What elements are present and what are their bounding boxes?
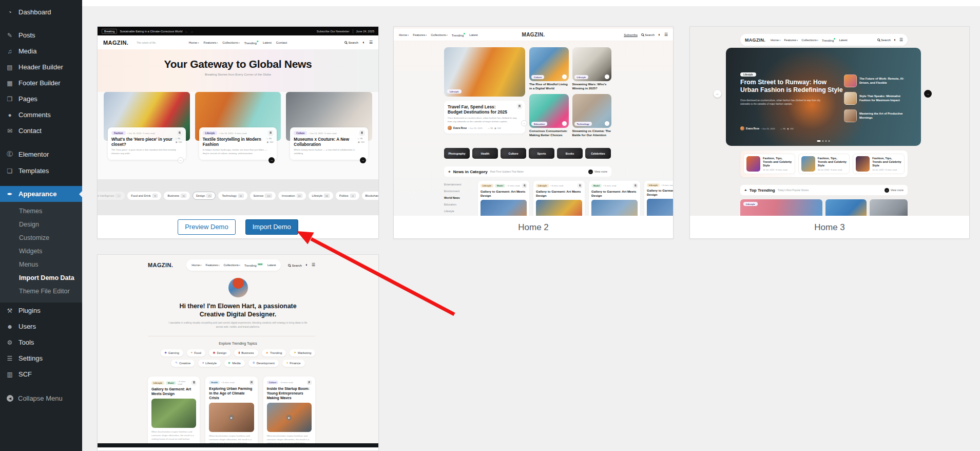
preview-demo-button[interactable]: Preview Demo xyxy=(178,219,236,235)
category-badge: Lifestyle xyxy=(740,72,756,77)
submenu-item-menus[interactable]: Menus xyxy=(0,258,82,271)
news-image xyxy=(647,199,673,216)
demo-card-about[interactable]: MAGZIN. Home▾ Features▾ Collections▾ Tre… xyxy=(97,254,379,451)
sidebar-item-label: Users xyxy=(18,323,36,330)
sidebar-item-scf[interactable]: ▥SCF xyxy=(0,366,82,382)
article-excerpt: The “hero piece” in your closet is that … xyxy=(111,148,182,155)
sidebar-item-label: SCF xyxy=(18,370,32,378)
templates-icon: ❏ xyxy=(6,167,14,175)
article-excerpt: In today's fashion landscape, textiles a… xyxy=(203,148,274,155)
arrow-icon: → xyxy=(605,74,609,79)
nav-trending: TrendingNEW xyxy=(244,263,263,267)
plus-icon: + xyxy=(448,170,451,174)
tile-title: Streaming vs Cinema: The Battle for Our … xyxy=(572,129,612,137)
category-tile: Culture xyxy=(501,148,526,159)
sidebar-item-media[interactable]: ♫Media xyxy=(0,43,82,59)
tile-card: Education→ Conscious Consumerism: Making… xyxy=(529,94,569,137)
tile-image: Lifestyle→ xyxy=(572,47,612,81)
view-more-link: →View more xyxy=(588,170,607,174)
demo-card-home-2[interactable]: Home▾ Features▾ Collections▾ Trending La… xyxy=(393,26,674,239)
search-control: Search xyxy=(288,264,302,267)
about-intro: I specialize in crafting visually compel… xyxy=(166,321,310,329)
category-pill: Artificial Intelligence16 xyxy=(98,192,125,200)
nav-collections: Collections▾ xyxy=(431,33,448,36)
demo1-actions: Preview Demo Import Demo xyxy=(98,215,378,239)
sidebar-item-elementor[interactable]: ⒺElementor xyxy=(0,146,82,163)
sidebar-item-settings[interactable]: ☰Settings xyxy=(0,350,82,366)
topic-pill: ➤Marketing xyxy=(290,349,315,356)
prev-arrow-icon: ← xyxy=(185,30,188,33)
demo-name-label: Home 2 xyxy=(394,216,673,239)
hero-title: Your Gateway to Global News xyxy=(98,58,378,70)
submenu-item-customize[interactable]: Customize xyxy=(0,231,82,245)
trending-image xyxy=(825,199,867,216)
settings-icon: ☰ xyxy=(6,355,14,362)
subscribe-newsletter-link: Subscribe Our Newsletter xyxy=(317,30,350,33)
search-icon xyxy=(641,33,644,36)
side-item: Style That Speaks: Minimalist Fashion fo… xyxy=(844,92,912,105)
demo-card-home-3[interactable]: MAGZIN. Home▾ Features▾ Collections▾ Tre… xyxy=(689,26,970,239)
read-more-arrow-icon: → xyxy=(268,157,275,163)
sidebar-item-appearance[interactable]: ✒Appearance xyxy=(0,186,82,202)
search-icon xyxy=(877,39,880,41)
sidebar-item-label: Appearance xyxy=(18,190,56,198)
submenu-item-theme-file-editor[interactable]: Theme File Editor xyxy=(0,285,82,298)
sidebar-item-pages[interactable]: ❐Pages xyxy=(0,91,82,107)
sidebar-item-templates[interactable]: ❏Templates xyxy=(0,163,82,179)
trending-dot-icon xyxy=(834,38,835,40)
article-title: Museums x Couture: A New Collaboration xyxy=(294,137,356,147)
category-list-item: Education xyxy=(444,203,474,206)
sidebar-item-label: Elementor xyxy=(18,151,49,158)
news-title: Gallery to Garment: Art Meets Design xyxy=(536,190,582,198)
media-icon: ▶ xyxy=(228,362,230,365)
article-title: Gallery to Garment: Art Meets Design xyxy=(151,387,196,396)
article-card: Lifestyle • Jun 13, 2025 • 5 mins read T… xyxy=(195,92,281,160)
demo1-articles: Fashion • Jun 13, 2025 • 5 mins read Wha… xyxy=(104,92,372,160)
comment-icon: □ xyxy=(266,137,268,140)
sidebar-item-dashboard[interactable]: ◔Dashboard xyxy=(0,4,82,20)
finance-icon: ● xyxy=(286,362,288,365)
search-control: Search xyxy=(641,33,655,36)
submenu-item-design[interactable]: Design xyxy=(0,218,82,231)
sidebar-item-header-builder[interactable]: ▤Header Builder xyxy=(0,59,82,75)
sidebar-item-footer-builder[interactable]: ▦Footer Builder xyxy=(0,75,82,91)
collapse-menu-button[interactable]: ◀Collapse Menu xyxy=(0,390,82,406)
category-badge: Lifestyle xyxy=(203,131,218,135)
comment-icon: □ xyxy=(488,127,490,129)
about-nav: Home▾ Features▾ Collections▾ TrendingNEW… xyxy=(186,259,281,271)
mini-thumb xyxy=(801,156,815,172)
topic-pill: ✎Creative xyxy=(171,360,195,367)
nav-home: Home▾ xyxy=(399,33,409,36)
nav-home: Home▾ xyxy=(189,41,199,44)
featured-excerpt: Once dismissed as counterculture, urban … xyxy=(448,117,522,123)
sidebar-item-posts[interactable]: ✎Posts xyxy=(0,27,82,43)
profile-avatar xyxy=(228,278,248,297)
sidebar-item-tools[interactable]: ⚙Tools xyxy=(0,334,82,350)
home2-featured: Lifestyle Travel Far, Spend Less: Budget… xyxy=(444,47,525,137)
import-demo-button[interactable]: Import Demo xyxy=(245,219,298,235)
submenu-item-import-demo-data[interactable]: Import Demo Data xyxy=(0,271,82,285)
category-badge: Lifestyle xyxy=(447,89,462,93)
sidebar-item-plugins[interactable]: ⚒Plugins xyxy=(0,303,82,318)
about-article-cards: LifestyleModel• 6 mins read Gallery to G… xyxy=(148,377,315,447)
slider-next-button: → xyxy=(924,90,932,98)
tile-title: The Rise of Mindful Living in a Digital … xyxy=(529,83,569,90)
media-icon: ♫ xyxy=(6,48,14,55)
magzin-logo: MAGZIN. xyxy=(745,37,765,43)
nav-collections: Collections▾ xyxy=(223,264,240,267)
category-badge: Culture xyxy=(294,131,307,135)
sidebar-item-contact[interactable]: ✉Contact xyxy=(0,123,82,139)
article-title: Exploring Urban Farming in the Age of Cl… xyxy=(209,386,254,400)
post-date: • Jun 13, 2025 xyxy=(761,127,775,130)
dark-mode-icon: ◐ xyxy=(658,33,661,37)
submenu-item-themes[interactable]: Themes xyxy=(0,204,82,218)
appearance-brush-icon: ✒ xyxy=(6,191,14,198)
sidebar-item-comments[interactable]: ●Comments xyxy=(0,107,82,123)
demo-card-home-1[interactable]: Breaking Sustainable Eating in a Climate… xyxy=(97,26,379,239)
article-title: Textile Storytelling in Modern Fashion xyxy=(203,137,265,147)
topic-pill: ▮Business xyxy=(234,349,258,356)
submenu-item-widgets[interactable]: Widgets xyxy=(0,245,82,258)
arrow-icon: → xyxy=(562,74,567,79)
sidebar-item-users[interactable]: ☻Users xyxy=(0,318,82,334)
hamburger-icon: ☰ xyxy=(312,263,315,267)
